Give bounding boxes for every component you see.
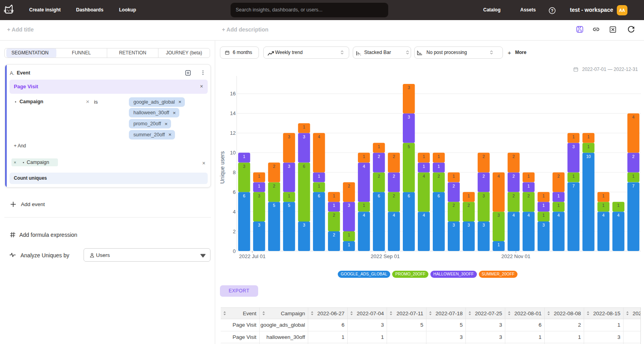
svg-text:1: 1 <box>467 193 470 198</box>
svg-text:1: 1 <box>378 144 380 149</box>
svg-text:4: 4 <box>423 213 425 218</box>
svg-text:4: 4 <box>233 209 236 215</box>
svg-text:3: 3 <box>288 134 290 139</box>
svg-text:2: 2 <box>273 184 275 188</box>
svg-text:2: 2 <box>273 164 275 169</box>
svg-text:6: 6 <box>233 189 236 195</box>
svg-text:1: 1 <box>243 154 246 159</box>
svg-text:1: 1 <box>587 134 590 139</box>
svg-text:6: 6 <box>437 193 440 198</box>
svg-text:1: 1 <box>318 174 320 179</box>
svg-text:1: 1 <box>557 193 560 198</box>
svg-text:3: 3 <box>288 164 290 169</box>
svg-text:1: 1 <box>333 203 335 208</box>
svg-text:1: 1 <box>572 134 575 139</box>
svg-text:1: 1 <box>288 193 290 198</box>
svg-text:2: 2 <box>557 174 560 179</box>
svg-text:2022 Jul 01: 2022 Jul 01 <box>239 253 266 259</box>
svg-text:2022 Nov 01: 2022 Nov 01 <box>501 253 530 259</box>
svg-text:3: 3 <box>303 223 305 227</box>
svg-text:4: 4 <box>393 213 395 218</box>
svg-text:4: 4 <box>363 213 365 218</box>
svg-text:1: 1 <box>572 174 575 179</box>
svg-text:5: 5 <box>288 203 290 208</box>
svg-text:2: 2 <box>393 174 395 179</box>
svg-text:4: 4 <box>632 115 635 119</box>
svg-text:2: 2 <box>333 213 335 218</box>
svg-text:3: 3 <box>542 223 545 227</box>
svg-text:10: 10 <box>586 154 591 159</box>
svg-text:1: 1 <box>542 193 545 198</box>
svg-text:1: 1 <box>348 232 350 237</box>
svg-text:3: 3 <box>303 134 305 139</box>
svg-text:4: 4 <box>423 174 425 179</box>
svg-text:2: 2 <box>512 174 515 179</box>
svg-text:3: 3 <box>408 115 410 119</box>
svg-text:1: 1 <box>617 203 620 208</box>
svg-text:2: 2 <box>512 193 515 198</box>
svg-text:4: 4 <box>602 213 605 218</box>
svg-text:1: 1 <box>303 125 305 129</box>
svg-text:6: 6 <box>378 193 380 198</box>
svg-text:2: 2 <box>333 232 335 237</box>
svg-text:3: 3 <box>482 223 485 227</box>
svg-text:2: 2 <box>378 174 380 179</box>
svg-text:6: 6 <box>303 164 305 169</box>
svg-text:1: 1 <box>423 154 425 159</box>
svg-text:5: 5 <box>408 144 410 149</box>
svg-text:1: 1 <box>363 203 365 208</box>
svg-text:1: 1 <box>632 174 635 179</box>
svg-text:3: 3 <box>348 203 350 208</box>
svg-text:3: 3 <box>452 223 455 227</box>
svg-text:2: 2 <box>378 154 380 159</box>
svg-text:4: 4 <box>318 134 320 139</box>
svg-text:2: 2 <box>632 154 635 159</box>
svg-text:2: 2 <box>452 203 455 208</box>
svg-text:12: 12 <box>230 130 236 136</box>
svg-text:4: 4 <box>363 164 365 169</box>
svg-text:2: 2 <box>452 184 455 188</box>
svg-text:2: 2 <box>348 184 350 188</box>
svg-text:1: 1 <box>452 174 455 179</box>
svg-text:Unique users: Unique users <box>219 151 225 184</box>
svg-text:1: 1 <box>602 203 605 208</box>
svg-text:1: 1 <box>258 174 261 179</box>
svg-text:7: 7 <box>632 184 635 188</box>
svg-text:5: 5 <box>273 203 275 208</box>
svg-text:3: 3 <box>258 193 261 198</box>
svg-text:3: 3 <box>467 223 470 227</box>
svg-text:2: 2 <box>527 193 530 198</box>
svg-text:4: 4 <box>557 213 560 218</box>
svg-text:6: 6 <box>243 193 246 198</box>
svg-text:4: 4 <box>497 174 500 179</box>
svg-text:2: 2 <box>512 154 515 159</box>
svg-text:1: 1 <box>423 164 425 169</box>
svg-text:16: 16 <box>230 91 236 97</box>
svg-text:1: 1 <box>587 144 590 149</box>
svg-text:8: 8 <box>233 169 236 175</box>
svg-text:3: 3 <box>258 223 261 227</box>
svg-text:1: 1 <box>527 184 530 188</box>
svg-text:1: 1 <box>318 184 320 188</box>
svg-text:3: 3 <box>408 85 410 90</box>
svg-text:1: 1 <box>348 242 350 247</box>
svg-text:2: 2 <box>393 193 395 198</box>
svg-text:1: 1 <box>333 193 335 198</box>
svg-text:6: 6 <box>318 193 320 198</box>
svg-text:2: 2 <box>482 154 485 159</box>
svg-text:1: 1 <box>542 203 545 208</box>
svg-text:3: 3 <box>572 144 575 149</box>
svg-text:10: 10 <box>230 150 236 156</box>
svg-text:2: 2 <box>393 154 395 159</box>
svg-text:14: 14 <box>230 110 236 116</box>
svg-text:0: 0 <box>233 248 236 254</box>
svg-text:1: 1 <box>542 213 545 218</box>
svg-text:4: 4 <box>617 213 620 218</box>
svg-text:2: 2 <box>467 203 470 208</box>
svg-text:1: 1 <box>557 203 560 208</box>
svg-text:1: 1 <box>258 184 261 188</box>
svg-text:?: ? <box>551 8 553 13</box>
svg-text:2: 2 <box>233 229 236 234</box>
svg-text:6: 6 <box>408 193 410 198</box>
svg-text:1: 1 <box>437 154 440 159</box>
